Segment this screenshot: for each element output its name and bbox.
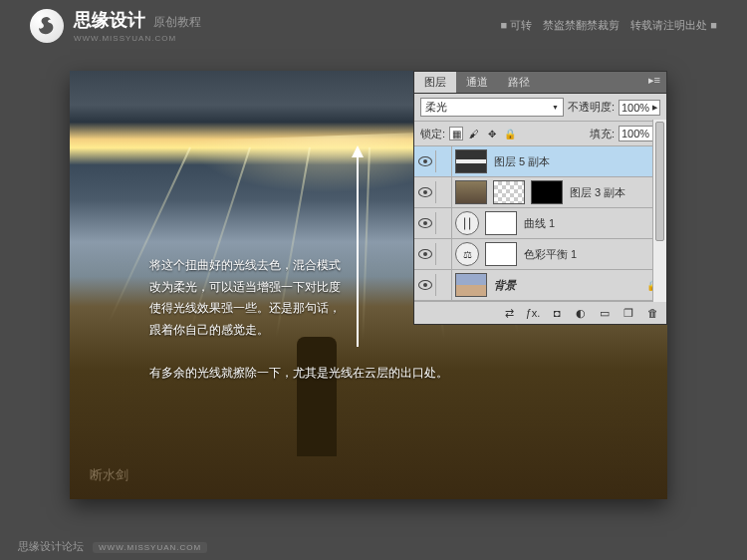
annotation-text-2: 有多余的光线就擦除一下，尤其是光线在云层的出口处。 <box>149 365 448 382</box>
eye-icon <box>418 218 432 228</box>
opacity-label: 不透明度: <box>568 100 615 115</box>
layer-mask-thumbnail[interactable] <box>531 180 563 204</box>
tab-layers[interactable]: 图层 <box>414 72 456 93</box>
footer-url: WWW.MISSYUAN.COM <box>93 542 207 553</box>
scrollbar-thumb[interactable] <box>655 122 664 241</box>
blend-mode-value: 柔光 <box>425 100 447 115</box>
brand-url: WWW.MISSYUAN.COM <box>74 34 201 43</box>
layer-name[interactable]: 曲线 1 <box>520 216 555 231</box>
layer-row[interactable]: 图层 3 副本 <box>414 177 666 208</box>
add-mask-icon[interactable]: ◘ <box>549 306 565 320</box>
layer-thumbnail[interactable] <box>493 180 525 204</box>
layers-panel: 图层 通道 路径 ▸≡ 柔光 ▼ 不透明度: 100% ▶ 锁定: ▦ 🖌 ✥ … <box>413 71 667 325</box>
page-footer: 思缘设计论坛 WWW.MISSYUAN.COM <box>18 539 207 554</box>
add-adjustment-icon[interactable]: ◐ <box>573 306 589 320</box>
layer-name[interactable]: 背景 <box>490 278 516 293</box>
tab-paths[interactable]: 路径 <box>498 72 540 93</box>
author-watermark: 断水剑 <box>90 466 128 484</box>
header-notice: ■ 可转 禁盗禁翻禁裁剪 转载请注明出处 ■ <box>501 18 717 33</box>
layer-mask-thumbnail[interactable] <box>485 211 517 235</box>
visibility-toggle[interactable] <box>414 150 436 172</box>
link-column <box>436 177 452 207</box>
footer-text: 思缘设计论坛 <box>18 540 84 552</box>
lock-fill-row: 锁定: ▦ 🖌 ✥ 🔒 填充: 100% ▶ <box>414 122 666 146</box>
annotation-text-1: 将这个扭曲好的光线去色，混合模式 改为柔光，可以适当增强一下对比度 使得光线效果… <box>149 255 341 341</box>
eye-icon <box>418 249 432 259</box>
layer-thumbnail[interactable] <box>455 273 487 297</box>
curves-adjustment-icon[interactable]: ⎮⎮ <box>455 211 479 235</box>
lock-all-icon[interactable]: 🔒 <box>503 127 517 140</box>
link-column <box>436 239 452 269</box>
panel-menu-icon[interactable]: ▸≡ <box>642 72 666 93</box>
link-layers-icon[interactable]: ⇄ <box>501 306 517 320</box>
app-header: 思缘设计 原创教程 WWW.MISSYUAN.COM ■ 可转 禁盗禁翻禁裁剪 … <box>0 0 747 51</box>
brand-logo: 思缘设计 原创教程 WWW.MISSYUAN.COM <box>30 8 201 43</box>
new-group-icon[interactable]: ▭ <box>597 306 613 320</box>
visibility-toggle[interactable] <box>414 274 436 296</box>
layer-name[interactable]: 色彩平衡 1 <box>520 247 577 262</box>
layer-row[interactable]: ⎮⎮ 曲线 1 <box>414 208 666 239</box>
logo-icon <box>30 9 64 43</box>
layer-mask-thumbnail[interactable] <box>485 242 517 266</box>
layers-panel-footer: ⇄ ƒx. ◘ ◐ ▭ ❐ 🗑 <box>414 301 666 324</box>
panel-tabs: 图层 通道 路径 ▸≡ <box>414 72 666 94</box>
layer-name[interactable]: 图层 5 副本 <box>490 154 550 169</box>
fill-label: 填充: <box>590 127 615 141</box>
visibility-toggle[interactable] <box>414 181 436 203</box>
link-column <box>436 270 452 300</box>
tab-channels[interactable]: 通道 <box>456 72 498 93</box>
layer-row[interactable]: 图层 5 副本 <box>414 146 666 177</box>
layer-thumbnail[interactable] <box>455 149 487 173</box>
blend-mode-select[interactable]: 柔光 ▼ <box>420 98 564 117</box>
eye-icon <box>418 156 432 166</box>
layer-thumbnail[interactable] <box>455 180 487 204</box>
lock-label: 锁定: <box>420 127 445 141</box>
eye-icon <box>418 280 432 290</box>
opacity-input[interactable]: 100% ▶ <box>619 100 660 116</box>
chevron-down-icon: ▼ <box>552 104 559 111</box>
annotation-arrow <box>357 147 359 347</box>
link-column <box>436 146 452 176</box>
layers-scrollbar[interactable] <box>652 120 666 302</box>
new-layer-icon[interactable]: ❐ <box>621 306 636 320</box>
delete-layer-icon[interactable]: 🗑 <box>644 306 660 320</box>
document-canvas: 将这个扭曲好的光线去色，混合模式 改为柔光，可以适当增强一下对比度 使得光线效果… <box>70 71 667 499</box>
brand-name: 思缘设计 <box>74 10 145 30</box>
blend-opacity-row: 柔光 ▼ 不透明度: 100% ▶ <box>414 94 666 122</box>
lock-pixels-icon[interactable]: 🖌 <box>467 127 481 140</box>
color-balance-adjustment-icon[interactable]: ⚖ <box>455 242 479 266</box>
lock-buttons: ▦ 🖌 ✥ 🔒 <box>449 127 517 140</box>
link-column <box>436 208 452 238</box>
layer-row[interactable]: 背景 🔒 <box>414 270 666 301</box>
lock-transparency-icon[interactable]: ▦ <box>449 127 463 140</box>
lock-position-icon[interactable]: ✥ <box>485 127 499 140</box>
layer-name[interactable]: 图层 3 副本 <box>566 185 625 200</box>
chevron-right-icon: ▶ <box>652 104 657 112</box>
fill-value: 100% <box>622 128 649 140</box>
brand-subtitle: 原创教程 <box>153 15 201 29</box>
eye-icon <box>418 187 432 197</box>
layer-row[interactable]: ⚖ 色彩平衡 1 <box>414 239 666 270</box>
opacity-value: 100% <box>622 102 649 114</box>
visibility-toggle[interactable] <box>414 243 436 265</box>
layer-effects-icon[interactable]: ƒx. <box>525 306 541 320</box>
tree-stump <box>297 337 337 456</box>
visibility-toggle[interactable] <box>414 212 436 234</box>
